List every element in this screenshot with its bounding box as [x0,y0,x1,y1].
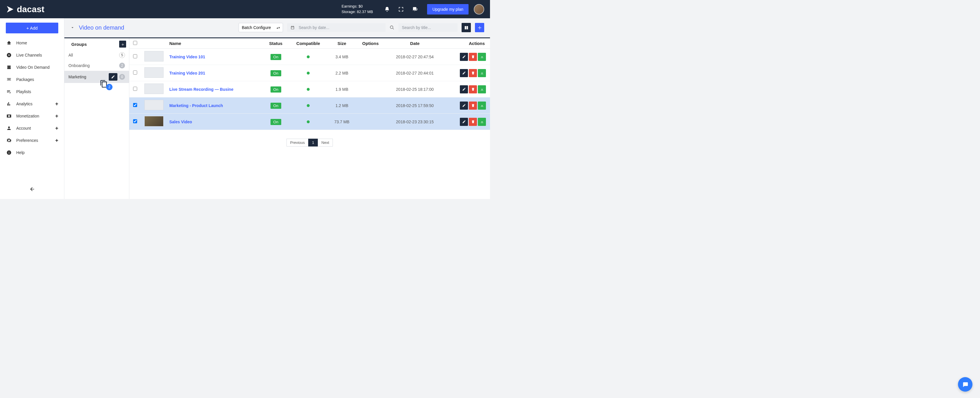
download-icon [480,55,484,59]
video-thumbnail[interactable] [145,51,164,62]
video-name-link[interactable]: Training Video 201 [167,65,263,81]
collapse-sidebar-icon[interactable] [29,186,35,192]
sidebar-item-info[interactable]: Help [0,146,64,159]
search-date-box[interactable] [287,23,386,32]
delete-button[interactable] [469,69,477,77]
sidebar-item-label: Live Channels [16,53,42,57]
current-page[interactable]: 1 [308,139,318,146]
compatible-dot-icon [307,72,310,75]
add-group-button[interactable]: ＋ [119,41,126,48]
row-checkbox[interactable] [133,119,137,123]
expand-plus-icon[interactable]: + [55,113,58,119]
videos-table: Name Status Compatible Size Options Date… [129,38,490,130]
row-checkbox[interactable] [133,87,137,91]
edit-button[interactable] [460,85,468,93]
trash-icon [471,71,475,75]
select-all-checkbox[interactable] [133,41,137,45]
video-name-link[interactable]: Sales Video [167,114,263,130]
expand-plus-icon[interactable]: + [55,125,58,131]
sidebar-item-film[interactable]: Video On Demand [0,61,64,73]
col-status: Status [263,38,288,49]
search-date-input[interactable] [299,25,368,30]
delete-button[interactable] [469,85,477,93]
col-date: Date [385,38,445,49]
chevron-down-icon[interactable] [70,25,75,30]
row-checkbox[interactable] [133,103,137,107]
batch-configure-select[interactable]: Batch Configure [239,23,283,32]
download-button[interactable] [478,102,486,110]
delete-button[interactable] [469,53,477,61]
video-thumbnail[interactable] [145,67,164,78]
add-button[interactable]: + Add [6,22,58,33]
brand-logo[interactable]: dacast [6,4,45,14]
download-button[interactable] [478,118,486,126]
calendar-icon [291,25,294,30]
edit-button[interactable] [460,118,468,126]
download-icon [480,71,484,75]
sidebar-item-package[interactable]: Packages [0,73,64,86]
col-name: Name [167,38,263,49]
video-name-link[interactable]: Training Video 101 [167,49,263,65]
fullscreen-icon[interactable] [398,6,404,12]
compatible-dot-icon [307,120,310,123]
prev-page-button[interactable]: Previous [286,139,309,146]
sidebar-item-person[interactable]: Account+ [0,122,64,134]
edit-button[interactable] [460,53,468,61]
table-row: Sales Video On 73.7 MB 2018-02-23 23:30:… [129,114,490,130]
bell-icon[interactable] [384,6,390,12]
sidebar-item-money[interactable]: Monetization+ [0,110,64,122]
brand-name: dacast [17,4,45,14]
video-name-link[interactable]: Live Stream Recording — Busine [167,81,263,97]
date-cell: 2018-02-27 20:47:54 [385,49,445,65]
columns-button[interactable] [461,23,471,32]
chat-icon[interactable] [412,6,418,12]
video-thumbnail[interactable] [145,100,164,110]
size-cell: 2.2 MB [328,65,355,81]
upgrade-plan-button[interactable]: Upgrade my plan [427,4,469,14]
download-button[interactable] [478,53,486,61]
group-item-all[interactable]: All5 [64,50,129,60]
package-icon [6,77,11,82]
sidebar-item-gear[interactable]: Preferences+ [0,134,64,146]
group-label: Onboarding [68,63,89,68]
trash-icon [471,103,475,107]
video-name-link[interactable]: Marketing - Product Launch [167,97,263,114]
next-page-button[interactable]: Next [318,139,333,146]
row-checkbox[interactable] [133,54,137,58]
sidebar-item-home[interactable]: Home [0,37,64,49]
group-item-marketing[interactable]: Marketing0 [64,71,129,83]
sidebar-item-playlist[interactable]: Playlists [0,86,64,98]
video-thumbnail[interactable] [145,116,164,126]
edit-button[interactable] [460,69,468,77]
date-cell: 2018-02-25 17:59:50 [385,97,445,114]
edit-group-button[interactable] [109,73,118,81]
search-title-input[interactable] [402,25,454,30]
status-badge: On [270,70,281,76]
col-options: Options [356,38,385,49]
size-cell: 1.9 MB [328,81,355,97]
row-checkbox[interactable] [133,70,137,75]
download-button[interactable] [478,69,486,77]
delete-button[interactable] [469,118,477,126]
sidebar-item-play[interactable]: Live Channels [0,49,64,61]
expand-plus-icon[interactable]: + [55,101,58,107]
col-actions: Actions [444,38,490,49]
pencil-icon [462,87,466,91]
avatar[interactable] [474,4,484,14]
dacast-logo-icon [6,5,14,14]
sidebar-item-analytics[interactable]: Analytics+ [0,98,64,110]
groups-panel: Groups ＋ All5Onboarding2Marketing0 [64,38,129,199]
video-thumbnail[interactable] [145,84,164,94]
sidebar-item-label: Monetization [16,114,39,118]
group-item-onboarding[interactable]: Onboarding2 [64,60,129,71]
download-icon [480,103,484,107]
edit-button[interactable] [460,102,468,110]
col-size: Size [328,38,355,49]
table-row: Marketing - Product Launch On 1.2 MB 201… [129,97,490,114]
download-button[interactable] [478,85,486,93]
gear-icon [6,138,11,143]
expand-plus-icon[interactable]: + [55,137,58,143]
earnings-text: Earnings: $0 [342,4,373,9]
toolbar-add-button[interactable] [475,23,484,32]
delete-button[interactable] [469,102,477,110]
